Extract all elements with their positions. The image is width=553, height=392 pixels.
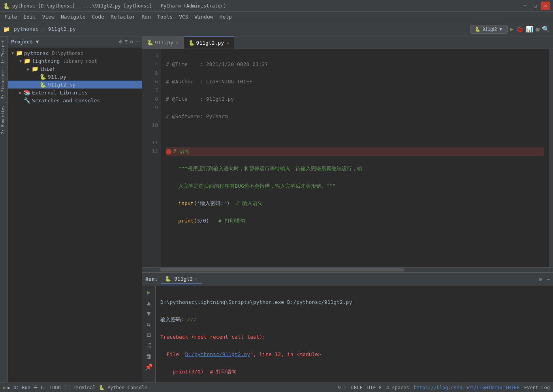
python-console-button[interactable]: 🐍 Python Console — [99, 385, 147, 390]
favorites-side-tab[interactable]: 2: Favorites — [0, 102, 8, 137]
menu-view[interactable]: View — [39, 13, 58, 21]
status-bar: ▶ ▶ 4: Run ☰ 6: TODO ⬛ Terminal 🐍 Python… — [0, 383, 553, 392]
search-button[interactable]: 🔍 — [542, 25, 550, 33]
scrollbar-thumb[interactable] — [160, 268, 404, 271]
run-status-button[interactable]: ▶ ▶ 4: Run — [3, 385, 30, 390]
menu-tools[interactable]: Tools — [154, 13, 176, 21]
run-wrap-button[interactable]: ⇆ — [147, 320, 151, 328]
menu-navigate[interactable]: Navigate — [58, 13, 89, 21]
status-left: ▶ ▶ 4: Run ☰ 6: TODO ⬛ Terminal 🐍 Python… — [3, 385, 147, 390]
menu-edit[interactable]: Edit — [20, 13, 39, 21]
code-line-5: # @File : 911gt2.py — [166, 95, 544, 104]
output-line-3: Traceback (most recent call last): — [160, 333, 548, 341]
run-config-dropdown-icon: ▼ — [498, 26, 503, 32]
error-file-link[interactable]: D:/pythonsc/911gt2.py — [185, 351, 250, 357]
menu-code[interactable]: Code — [89, 13, 107, 21]
run-arrow-icon: ▶ — [3, 385, 6, 390]
debug-button[interactable]: 🐞 — [516, 26, 523, 33]
python-file-icon: 🐍 — [40, 81, 46, 88]
event-log-button[interactable]: Event Log — [524, 385, 550, 390]
tab-911gt2py[interactable]: 🐍 911gt2.py ✕ — [184, 36, 234, 49]
run-config-label: 911gt2 — [482, 26, 497, 32]
toolbar: 📁 pythonsc › 911gt2.py 🐍 911gt2 ▼ ▶ 🐞 📊 … — [0, 22, 553, 36]
tree-item-scratches[interactable]: 🔧 Scratches and Consoles — [8, 96, 142, 104]
run-tab-close[interactable]: ✕ — [195, 276, 198, 281]
terminal-button[interactable]: ⬛ Terminal — [64, 385, 96, 390]
line-ending[interactable]: CRLF — [351, 385, 363, 390]
run-scroll-down-button[interactable]: ▼ — [147, 310, 151, 317]
tree-item-external-libs[interactable]: ▶ 📚 External Libraries — [8, 89, 142, 96]
tree-label-scratches: Scratches and Consoles — [32, 98, 100, 104]
menu-help[interactable]: Help — [216, 13, 235, 21]
stop-button[interactable]: ■ — [536, 25, 540, 33]
code-line-12: print(3/0) # 打印语句 — [166, 217, 544, 225]
code-line-8: # 语句 — [166, 147, 544, 156]
project-panel: Project ▼ ⊕ ≡ ⚙ — ▼ 📁 pythonsc D:\python… — [8, 36, 142, 383]
menu-window[interactable]: Window — [192, 13, 216, 21]
tab-icon: 🐍 — [147, 40, 153, 45]
close-button[interactable]: ✕ — [541, 2, 550, 10]
collapse-icon[interactable]: ≡ — [125, 39, 128, 45]
project-side-tab[interactable]: 1: Project — [0, 36, 8, 67]
tab-close-911py[interactable]: ✕ — [176, 40, 179, 45]
menu-file[interactable]: File — [2, 13, 20, 21]
output-line-5: print(3/0) # 打印语句 — [160, 368, 548, 376]
menu-refactor[interactable]: Refactor — [107, 13, 139, 21]
panel-settings-icon[interactable]: ⚙ — [539, 276, 542, 282]
add-icon[interactable]: ⊕ — [119, 39, 122, 45]
tree-item-911gt2py[interactable]: 🐍 911gt2.py — [8, 81, 142, 89]
tab-911py[interactable]: 🐍 911.py ✕ — [142, 36, 184, 49]
breadcrumb-file[interactable]: 911gt2.py — [48, 26, 75, 32]
scratches-icon: 🔧 — [24, 97, 30, 104]
tree-item-thief[interactable]: ▶ 📁 thief — [8, 65, 142, 73]
run-panel: Run: 🐍 911gt2 ✕ ⚙ — ▶ ▲ ▼ ⇆ ⊟ 🖨 — [142, 272, 553, 383]
breadcrumb-project[interactable]: pythonsc — [14, 26, 39, 32]
tree-label-thief: thief — [40, 66, 55, 72]
tab-close-911gt2py[interactable]: ✕ — [226, 40, 229, 45]
hide-icon[interactable]: — — [135, 39, 139, 45]
run-config-button[interactable]: 🐍 911gt2 ▼ — [470, 25, 508, 34]
horizontal-scrollbar[interactable] — [142, 267, 553, 272]
run-tab-label: 911gt2 — [174, 276, 193, 282]
output-line-4: File "D:/pythonsc/911gt2.py", line 12, i… — [160, 350, 548, 359]
left-side-tabs: 1: Project Z: Structure 2: Favorites — [0, 36, 8, 383]
code-line-empty2 — [166, 251, 544, 260]
minimize-button[interactable]: ─ — [521, 2, 529, 10]
status-right: 9:1 CRLF UTF-8 4 spaces https://blog.csd… — [338, 385, 550, 390]
settings-icon[interactable]: ⚙ — [130, 39, 133, 45]
run-restart-button[interactable]: ▶ — [147, 288, 151, 296]
project-panel-title: Project ▼ — [11, 39, 119, 45]
run-clear-button[interactable]: 🗑 — [146, 352, 152, 360]
folder-icon: 📁 — [24, 58, 30, 64]
main-layout: 1: Project Z: Structure 2: Favorites Pro… — [0, 36, 553, 383]
folder-icon: 📁 — [16, 50, 23, 56]
blog-link[interactable]: https://blog.csdn.net/LIGHTNING-THIEF — [414, 385, 519, 390]
editor-scrollbar[interactable] — [549, 49, 553, 267]
run-filter-button[interactable]: ⊟ — [147, 331, 151, 339]
project-tree: ▼ 📁 pythonsc D:\pythonsc ▼ 📁 lightning l… — [8, 47, 142, 383]
tree-item-pythonsc[interactable]: ▼ 📁 pythonsc D:\pythonsc — [8, 49, 142, 57]
todo-button[interactable]: ☰ 6: TODO — [34, 385, 61, 390]
menu-vcs[interactable]: VCS — [176, 13, 191, 21]
run-button[interactable]: ▶ — [510, 25, 514, 33]
run-pin-button[interactable]: 📌 — [145, 363, 153, 371]
run-status-label: ▶ 4: Run — [8, 385, 30, 390]
panel-minimize-icon[interactable]: — — [547, 276, 550, 282]
encoding[interactable]: UTF-8 — [367, 385, 382, 390]
code-content[interactable]: # @Time : 2021/1/20 0020 01:27 # @Author… — [161, 49, 549, 267]
tree-item-lightning[interactable]: ▼ 📁 lightning library root — [8, 57, 142, 65]
run-tab-911gt2[interactable]: 🐍 911gt2 ✕ — [161, 274, 201, 284]
tree-item-911py[interactable]: 🐍 911.py — [8, 73, 142, 81]
tab-label-911gt2py: 911gt2.py — [196, 40, 224, 46]
menu-run[interactable]: Run — [139, 13, 154, 21]
editor-tab-bar: 🐍 911.py ✕ 🐍 911gt2.py ✕ — [142, 36, 553, 49]
app-icon: 🐍 — [3, 3, 10, 9]
maximize-button[interactable]: □ — [531, 2, 540, 10]
folder-icon: 📁 — [32, 66, 38, 72]
coverage-button[interactable]: 📊 — [526, 26, 533, 33]
structure-side-tab[interactable]: Z: Structure — [0, 67, 8, 102]
run-print-button[interactable]: 🖨 — [146, 342, 152, 349]
run-scroll-up-button[interactable]: ▲ — [147, 299, 151, 307]
indent-info[interactable]: 4 spaces — [386, 385, 409, 390]
project-header-icons: ⊕ ≡ ⚙ — — [119, 39, 139, 45]
